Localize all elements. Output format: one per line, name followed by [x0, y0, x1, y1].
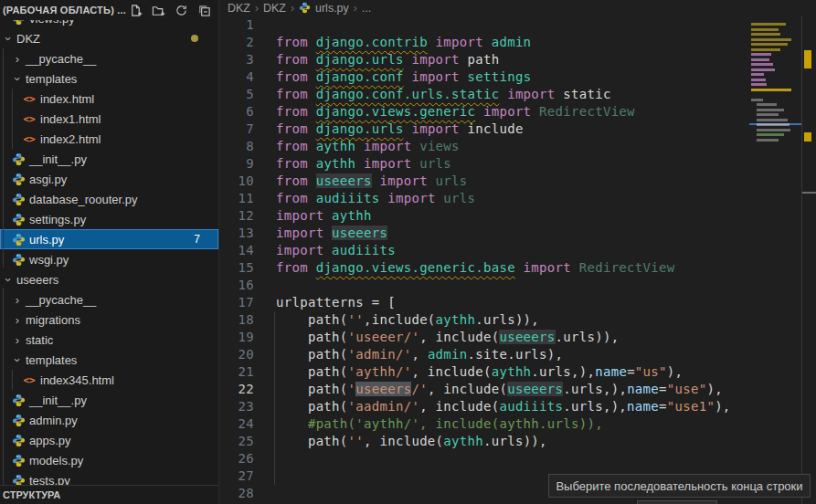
chevron-right-icon: › [12, 293, 23, 307]
code-line[interactable]: 4from django.conf import settings [219, 68, 749, 86]
tooltip-text: Выберите последовательность конца строки [556, 479, 802, 493]
code-editor[interactable]: 12from django.contrib import admin3from … [219, 16, 749, 502]
code-line[interactable]: 9from aythh import urls [219, 155, 749, 173]
breadcrumb-segment[interactable]: ... [362, 2, 371, 15]
code-line[interactable]: 18 path('',include(aythh.urls)), [219, 311, 749, 329]
tree-item--init-py[interactable]: __init__.py [0, 149, 218, 169]
line-number: 9 [219, 155, 254, 173]
breadcrumb-segment[interactable]: urls.py [315, 2, 349, 15]
line-content: path('aadmin/', include(audiiits.urls,),… [254, 398, 731, 415]
tree-item-label: index1.html [40, 112, 101, 126]
minimap-line [751, 53, 771, 56]
code-line[interactable]: 26 [219, 450, 749, 467]
code-line[interactable]: 1 [219, 16, 749, 34]
code-line[interactable]: 2from django.contrib import admin [219, 34, 749, 51]
code-line[interactable]: 20 path('admin/', admin.site.urls), [219, 346, 749, 363]
code-line[interactable]: 7from django.urls import include [219, 121, 749, 138]
code-line[interactable]: 8from aythh import views [219, 138, 749, 155]
new-file-icon[interactable] [128, 3, 143, 17]
tree-item-label: templates [26, 353, 77, 367]
outline-section-header[interactable]: СТРУКТУРА [0, 485, 218, 504]
tree-item-useeers[interactable]: ›useeers [0, 269, 218, 289]
breadcrumb-segment[interactable]: DKZ [228, 2, 250, 15]
tree-item-label: admin.py [29, 414, 78, 427]
tree-indent-guide [12, 89, 13, 149]
code-line[interactable]: 25 path('', include(aythh.urls)), [219, 433, 749, 450]
tree-item-migrations[interactable]: ›migrations [0, 310, 218, 330]
tree-item--pycache-[interactable]: ›__pycache__ [0, 48, 218, 68]
explorer-sidebar: views.py›DKZ›__pycache__›templates<>inde… [0, 0, 219, 504]
line-number: 5 [219, 86, 254, 103]
code-line[interactable]: 13import useeers [219, 225, 749, 242]
python-file-icon [11, 233, 26, 247]
code-line[interactable]: 10from useeers import urls [219, 173, 749, 190]
tree-item-label: __pycache__ [26, 293, 96, 307]
tree-item-index2-html[interactable]: <>index2.html [0, 129, 218, 149]
tree-item-urls-py[interactable]: urls.py7 [0, 229, 218, 249]
warning-mark [804, 50, 811, 68]
code-line[interactable]: 14import audiiits [219, 242, 749, 259]
tree-item-index1-html[interactable]: <>index1.html [0, 109, 218, 129]
new-folder-icon[interactable] [151, 3, 165, 17]
line-content: from django.views.generic import Redirec… [254, 103, 635, 121]
python-file-icon [11, 173, 26, 186]
tree-item-models-py[interactable]: models.py [0, 450, 218, 470]
collapse-all-icon[interactable] [196, 3, 211, 17]
tree-item-static[interactable]: ›static [0, 330, 218, 350]
tree-item-wsgi-py[interactable]: wsgi.py [0, 249, 218, 269]
tree-indent-guide [12, 370, 13, 390]
tree-item-label: models.py [29, 454, 83, 467]
tree-item-asgi-py[interactable]: asgi.py [0, 169, 218, 189]
html-file-icon: <> [22, 373, 37, 387]
tree-item-templates[interactable]: ›templates [0, 350, 218, 370]
code-line[interactable]: 24 #path('aythh/', include(aythh.urls)), [219, 415, 749, 433]
minimap-line [757, 113, 779, 116]
chevron-down-icon: › [2, 33, 16, 44]
line-number: 21 [219, 363, 254, 381]
breadcrumb-segment[interactable]: DKZ [263, 2, 286, 15]
tree-item-admin-py[interactable]: admin.py [0, 410, 218, 430]
tree-item-dkz[interactable]: ›DKZ [0, 28, 218, 48]
tree-item-label: __pycache__ [26, 52, 96, 66]
code-line[interactable]: 16 [219, 277, 749, 294]
file-tree: views.py›DKZ›__pycache__›templates<>inde… [0, 8, 218, 490]
code-line[interactable]: 12import aythh [219, 207, 749, 225]
code-line[interactable]: 5from django.conf.urls.static import sta… [219, 86, 749, 103]
chevron-right-icon: › [12, 333, 23, 347]
code-line[interactable]: 22 path('useeers/', include(useeers.urls… [219, 381, 749, 398]
tree-item--pycache-[interactable]: ›__pycache__ [0, 289, 218, 310]
minimap-line [751, 79, 766, 81]
minimap[interactable] [749, 16, 801, 504]
tree-item-index345-html[interactable]: <>index345.html [0, 370, 218, 390]
tree-indent-guide [3, 48, 4, 268]
tree-item-apps-py[interactable]: apps.py [0, 430, 218, 450]
code-line[interactable]: 3from django.urls import path [219, 51, 749, 68]
code-line[interactable]: 11from audiiits import urls [219, 190, 749, 207]
explorer-actions [128, 3, 218, 17]
html-file-icon: <> [22, 112, 37, 126]
tree-item--init-py[interactable]: __init__.py [0, 390, 218, 410]
line-content: path('', include(aythh.urls)), [254, 433, 547, 450]
chevron-down-icon: › [11, 354, 25, 365]
code-line[interactable]: 17urlpatterns = [ [219, 294, 749, 311]
line-number: 25 [219, 433, 254, 450]
code-line[interactable]: 19 path('useeer/', include(useeers.urls)… [219, 329, 749, 346]
minimap-line [751, 33, 780, 36]
tree-item-label: DKZ [16, 32, 40, 46]
line-number: 12 [219, 207, 254, 225]
code-line[interactable]: 6from django.views.generic import Redire… [219, 103, 749, 121]
line-content: from aythh import views [254, 138, 460, 155]
tree-item-templates[interactable]: ›templates [0, 68, 218, 89]
code-line[interactable]: 23 path('aadmin/', include(audiiits.urls… [219, 398, 749, 415]
line-number: 11 [219, 190, 254, 207]
tree-item-database-roouter-py[interactable]: database_roouter.py [0, 189, 218, 209]
tree-item-settings-py[interactable]: settings.py [0, 209, 218, 229]
tree-item-index-html[interactable]: <>index.html [0, 89, 218, 109]
code-line[interactable]: 15from django.views.generic.base import … [219, 259, 749, 277]
code-line[interactable]: 21 path('aythh/', include(aythh.urls,),n… [219, 363, 749, 381]
overview-ruler[interactable] [801, 16, 816, 504]
refresh-icon[interactable] [174, 3, 188, 17]
minimap-line [757, 139, 779, 142]
explorer-section-header[interactable]: (РАБОЧАЯ ОБЛАСТЬ) ... [0, 0, 218, 20]
line-content [254, 277, 276, 294]
